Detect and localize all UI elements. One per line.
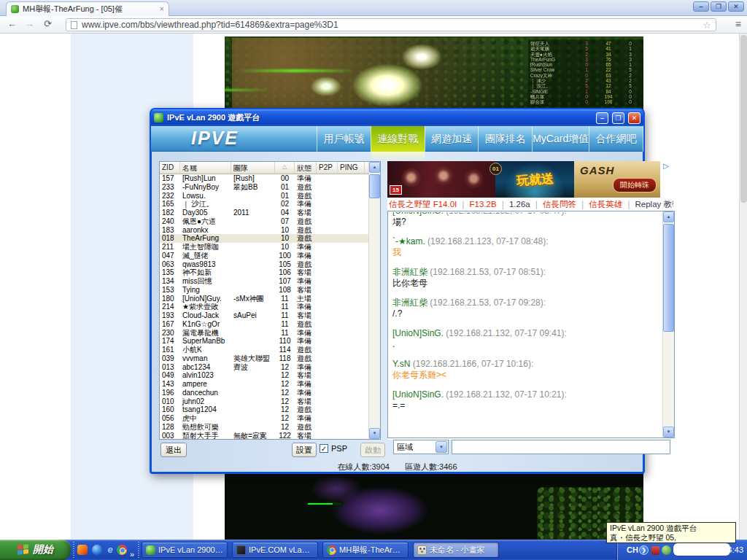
table-row[interactable]: 135 神不如新 106 客場 [160, 268, 368, 277]
table-row[interactable]: 157 [Rush]Lun [Rush] 00 準備 [160, 174, 368, 183]
nav-item[interactable]: MyCard增值 [532, 126, 589, 152]
table-row[interactable]: 003 頹射大手手 無敵=寂寞 122 客場 [160, 432, 368, 440]
exit-button[interactable]: 退出 [160, 443, 187, 457]
url-text[interactable]: www.ipve.com/bbs/viewthread.php?tid=6148… [82, 20, 698, 30]
settings-button[interactable]: 設置 [292, 443, 317, 457]
nav-item[interactable]: 連線對戰 [371, 126, 425, 152]
page-scrollbar[interactable] [739, 34, 747, 540]
table-row[interactable]: 128 勁想飲可樂 12 遊戲 [160, 423, 368, 432]
table-row[interactable]: 039 vvvman 英雄大聯盟 118 遊戲 [160, 354, 368, 363]
table-row[interactable]: 153 Tying 108 客場 [160, 286, 368, 295]
app-close-button[interactable]: ✕ [628, 112, 640, 124]
close-button[interactable]: ✕ [728, 1, 744, 12]
taskbar-task-button[interactable]: 未命名 - 小畫家 [413, 542, 499, 558]
scroll-down-icon[interactable]: ▼ [369, 428, 380, 439]
adchoices-icon[interactable]: ▷ [663, 162, 669, 170]
restore-button[interactable]: ❐ [711, 1, 727, 12]
ad-cta-button[interactable]: 開始轉珠 [613, 178, 657, 192]
minimize-button[interactable]: – [693, 1, 709, 12]
app-maximize-button[interactable]: ❐ [612, 112, 624, 124]
taskbar-task-button[interactable]: MH舉報-TheArFung -... [322, 542, 409, 558]
scroll-up-icon[interactable]: ▲ [369, 162, 380, 173]
taskbar-task-button[interactable]: IPvE vLan 2900 遊戲... [142, 542, 228, 558]
table-row[interactable]: 230 漏電暴龍機 11 準備 [160, 329, 368, 338]
taskbar-task-button[interactable]: IPvE.COM vLan - Wa... [232, 542, 318, 558]
table-row[interactable]: 047 滅_戇佬 100 準備 [160, 252, 368, 260]
forum-link[interactable]: 1.26a｜ [509, 200, 543, 209]
table-row[interactable]: 182 Day305 2011 04 客場 [160, 209, 368, 217]
table-header-cell[interactable]: 團隊 [231, 162, 275, 174]
table-row[interactable]: 214 ★紫求壹敗 11 準備 [160, 303, 368, 311]
table-row[interactable]: 233 -FuNnyBoy 翠如BB 01 遊戲 [160, 183, 368, 192]
back-icon[interactable]: ← [7, 18, 17, 29]
table-row[interactable]: 160 tsang1204 12 遊戲 [160, 405, 368, 414]
table-row[interactable]: 193 Cloud-Jack sAuPei 11 客場 [160, 311, 368, 320]
table-header-cell[interactable]: ZID [160, 162, 180, 174]
nav-item[interactable]: 合作網吧 [589, 126, 643, 152]
table-row[interactable]: 161 小航K 114 遊戲 [160, 346, 368, 354]
chat-scrollbar-thumb[interactable] [663, 224, 674, 332]
table-row[interactable]: 240 佩恩●六道 07 遊戲 [160, 217, 368, 226]
scroll-up-icon[interactable]: ▲ [663, 211, 674, 222]
nav-item[interactable]: 網遊加速 [425, 126, 479, 152]
browser-tab[interactable]: MH舉報-TheArFung - [05]催 × [6, 1, 169, 16]
forum-link[interactable]: 信長英雄｜ [589, 200, 635, 209]
table-header-cell[interactable]: P2P [317, 162, 338, 174]
bookmark-star-icon[interactable]: ☆ [703, 20, 711, 30]
quicklaunch-pps-icon[interactable] [77, 545, 88, 555]
table-row[interactable]: 174 SuperManBb 110 準備 [160, 337, 368, 346]
forward-icon[interactable]: → [25, 18, 34, 29]
forum-link[interactable]: 信長之野望 F14.0I｜ [389, 200, 470, 209]
browser-menu-icon[interactable]: ≡ [735, 18, 741, 30]
forum-link[interactable]: Replay 教學 & 影片 [635, 200, 674, 209]
table-row[interactable]: 013 abc1234 齊波 12 準備 [160, 363, 368, 372]
scroll-down-icon[interactable]: ▼ [663, 427, 674, 438]
psp-checkbox[interactable]: ✓ [320, 444, 328, 453]
table-row[interactable]: 010 juhn02 12 客場 [160, 397, 368, 406]
table-row[interactable]: 056 虎中 12 準備 [160, 414, 368, 423]
nav-item[interactable]: 用戶帳號 [317, 126, 371, 152]
quicklaunch-ie-icon[interactable]: e [105, 545, 115, 555]
table-header-cell[interactable]: △ [275, 162, 295, 174]
quicklaunch-msn-icon[interactable] [92, 545, 102, 555]
table-row[interactable]: 232 Lowsu. 01 遊戲 [160, 192, 368, 201]
table-header-cell[interactable]: 狀態 [295, 162, 317, 174]
table-row[interactable]: 211 場主智障咖 10 準備 [160, 243, 368, 252]
tooltip-line1: IPvE vLan 2900 遊戲平台 [610, 524, 732, 533]
table-row[interactable]: 180 [UnioN]Guy. -sMx神團 11 主場 [160, 295, 368, 303]
nav-item[interactable]: 團隊排名 [478, 126, 532, 152]
table-row[interactable]: 063 qwas9813 105 遊戲 [160, 260, 368, 269]
reload-icon[interactable]: ⟳ [44, 18, 52, 29]
ime-language-indicator[interactable]: CH [627, 545, 638, 554]
app-titlebar[interactable]: IPvE vLan 2900 遊戲平台 – ❐ ✕ [151, 109, 643, 126]
chat-input[interactable] [452, 440, 670, 454]
launch-button-disabled[interactable]: 啟動 [360, 443, 385, 457]
table-row[interactable]: 167 K1nG☆gOr 11 遊戲 [160, 320, 368, 329]
page-scrollbar-thumb[interactable] [740, 35, 747, 203]
table-header-cell[interactable]: 名稱 [180, 162, 231, 174]
table-row[interactable]: 018 TheArFung 10 遊戲 [160, 234, 368, 243]
chat-scrollbar[interactable]: ▲ ▼ [662, 211, 674, 438]
chevron-down-icon[interactable]: ▼ [436, 441, 447, 453]
table-header-cell[interactable]: PING [338, 162, 365, 174]
table-row[interactable]: 183 aaronkx 10 遊戲 [160, 226, 368, 235]
table-row[interactable]: 134 miss回憶 107 準備 [160, 277, 368, 286]
tray-red-icon[interactable] [651, 546, 659, 555]
start-button[interactable]: 開始 [0, 540, 71, 560]
channel-select[interactable]: 區域 ▼ [393, 440, 449, 454]
ad-banner[interactable]: 15 玩就送 GASH 開始轉珠 [387, 161, 660, 198]
app-minimize-button[interactable]: – [596, 112, 608, 124]
tray-ipve-icon[interactable] [662, 545, 671, 555]
language-bar-icon[interactable]: ❯ [639, 545, 649, 555]
table-row[interactable]: 196 dancechun 12 準備 [160, 389, 368, 397]
table-row[interactable]: 049 alvin1023 12 客場 [160, 371, 368, 380]
tab-close-icon[interactable]: × [160, 5, 164, 13]
table-row[interactable]: 165 ｜ 沙江。 02 準備 [160, 200, 368, 209]
quicklaunch-chrome-icon[interactable] [117, 545, 127, 555]
table-scrollbar-thumb[interactable] [369, 174, 380, 198]
url-bar[interactable]: www.ipve.com/bbs/viewthread.php?tid=6148… [66, 18, 716, 31]
forum-link[interactable]: 信長問答｜ [543, 200, 589, 209]
forum-link[interactable]: F13.2B｜ [470, 200, 509, 209]
table-row[interactable]: 143 ampere 12 準備 [160, 380, 368, 389]
table-scrollbar[interactable]: ▲ ▼ [368, 162, 380, 439]
